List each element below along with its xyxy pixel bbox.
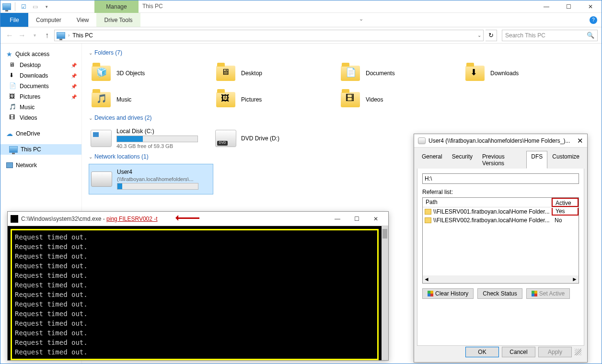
folder-icon: 📄: [341, 66, 360, 81]
sidebar-item-label: Music: [20, 104, 35, 111]
folder-downloads[interactable]: ⬇ Downloads: [463, 60, 587, 86]
cmd-maximize-button[interactable]: ☐: [347, 216, 366, 222]
sidebar-item-label: Desktop: [20, 62, 41, 68]
referral-row[interactable]: \\FILESRV001.firatboyan.local\Home Folde…: [423, 207, 579, 216]
referral-active: Yes: [552, 208, 579, 216]
folder-documents[interactable]: 📄 Documents: [338, 60, 463, 86]
tab-general[interactable]: General: [417, 151, 447, 169]
check-status-button[interactable]: Check Status: [477, 288, 522, 299]
folder-label: Videos: [366, 96, 383, 103]
cmd-minimize-button[interactable]: —: [328, 216, 347, 222]
qat-dropdown-icon[interactable]: ▾: [42, 2, 51, 11]
ribbon-context-tab[interactable]: Manage: [94, 0, 139, 13]
breadcrumb-chevron-icon[interactable]: ›: [68, 33, 69, 38]
nav-onedrive[interactable]: ☁OneDrive: [0, 128, 81, 139]
share-icon: [425, 217, 431, 223]
folder-pictures[interactable]: 🖼 Pictures: [213, 86, 338, 113]
referral-row[interactable]: \\FILESRV002.firatboyan.local\Home Folde…: [423, 216, 579, 225]
network-location-user4[interactable]: User4 (\\firatboyan.local\homefolders\..…: [89, 164, 213, 194]
recent-dropdown-icon[interactable]: ▾: [29, 30, 40, 41]
referral-list-header: Path Active: [423, 198, 579, 207]
cmd-title-text: C:\Windows\system32\cmd.exe - ping FILES…: [21, 216, 158, 222]
monitor-icon: [9, 146, 18, 153]
cmd-titlebar[interactable]: C:\Windows\system32\cmd.exe - ping FILES…: [8, 212, 388, 226]
apply-button: Apply: [538, 347, 572, 357]
help-button[interactable]: ?: [585, 13, 602, 27]
chevron-down-icon: ⌄: [89, 50, 93, 56]
tab-file[interactable]: File: [0, 13, 28, 27]
ribbon-expand-icon[interactable]: ⌄: [357, 13, 365, 27]
dialog-close-button[interactable]: ✕: [577, 136, 583, 145]
referral-list[interactable]: Path Active \\FILESRV001.firatboyan.loca…: [422, 197, 579, 284]
address-dropdown-icon[interactable]: ⌄: [477, 33, 481, 38]
tab-customize[interactable]: Customize: [547, 151, 584, 169]
ok-button[interactable]: OK: [465, 347, 499, 357]
forward-button[interactable]: →: [17, 30, 27, 41]
col-active[interactable]: Active: [552, 198, 579, 207]
nav-this-pc[interactable]: This PC: [0, 144, 81, 155]
nav-network[interactable]: Network: [0, 159, 81, 171]
cmd-window: C:\Windows\system32\cmd.exe - ping FILES…: [7, 211, 389, 361]
address-field[interactable]: › This PC ⌄: [54, 30, 484, 41]
tab-security[interactable]: Security: [447, 151, 477, 169]
pin-icon: 📌: [71, 94, 77, 100]
referral-path: \\FILESRV002.firatboyan.local\Home Folde…: [433, 217, 550, 224]
folder-3d objects[interactable]: 🧊 3D Objects: [89, 60, 213, 86]
folder-videos[interactable]: 🎞 Videos: [338, 86, 463, 113]
set-active-button: Set Active: [526, 288, 570, 299]
close-button[interactable]: ✕: [579, 0, 602, 13]
refresh-button[interactable]: ↻: [486, 30, 497, 41]
cancel-button[interactable]: Cancel: [502, 347, 535, 357]
chevron-down-icon: ⌄: [89, 115, 93, 121]
drive-dvd-d[interactable]: DVD DVD Drive (D:): [213, 125, 338, 151]
cmd-icon: [11, 215, 18, 223]
cloud-icon: ☁: [6, 130, 13, 137]
dialog-title: User4 (\\firatboyan.local\homefolders\Ho…: [428, 137, 570, 144]
tab-view[interactable]: View: [69, 13, 97, 27]
sidebar-item-downloads[interactable]: ⬇Downloads📌: [0, 70, 81, 81]
folder-label: Downloads: [490, 70, 519, 77]
nav-quick-access[interactable]: ★Quick access: [0, 48, 81, 60]
minimize-button[interactable]: —: [535, 0, 557, 13]
sidebar-item-pictures[interactable]: 🖼Pictures📌: [0, 91, 81, 102]
tab-previous versions[interactable]: Previous Versions: [477, 151, 526, 169]
folder-icon: 🖼: [9, 93, 17, 101]
maximize-button[interactable]: ☐: [557, 0, 579, 13]
drive-free-text: 40.3 GB free of 59.3 GB: [116, 143, 198, 149]
tab-drive-tools[interactable]: Drive Tools: [96, 13, 140, 27]
cmd-close-button[interactable]: ✕: [366, 216, 385, 222]
cmd-scrollbar[interactable]: [382, 226, 388, 360]
cmd-highlighted-output: Request timed out. Request timed out. Re…: [11, 229, 379, 360]
qat-new-folder-icon[interactable]: ▭: [31, 2, 39, 11]
cmd-output-area[interactable]: Request timed out. Request timed out. Re…: [8, 226, 382, 360]
search-input[interactable]: Search This PC 🔍: [502, 30, 598, 41]
capacity-bar: [117, 183, 198, 190]
tab-computer[interactable]: Computer: [28, 13, 69, 27]
up-button[interactable]: ↑: [42, 30, 52, 41]
ribbon: File Computer View Drive Tools ⌄ ?: [0, 13, 602, 27]
dialog-tabs: GeneralSecurityPrevious VersionsDFSCusto…: [417, 150, 584, 169]
folder-music[interactable]: 🎵 Music: [89, 86, 213, 113]
sidebar-item-videos[interactable]: 🎞Videos: [0, 113, 81, 123]
sidebar-item-music[interactable]: 🎵Music: [0, 102, 81, 113]
sidebar-item-documents[interactable]: 📄Documents📌: [0, 81, 81, 91]
dfs-path-field[interactable]: H:\: [422, 173, 579, 184]
drive-local-c[interactable]: Local Disk (C:) 40.3 GB free of 59.3 GB: [89, 125, 213, 151]
clear-history-button[interactable]: Clear History: [422, 288, 474, 299]
col-path[interactable]: Path: [423, 198, 552, 207]
dialog-titlebar[interactable]: User4 (\\firatboyan.local\homefolders\Ho…: [414, 134, 587, 148]
address-text: This PC: [72, 32, 93, 39]
tab-dfs[interactable]: DFS: [526, 151, 547, 169]
dfs-tab-panel: H:\ Referral list: Path Active \\FILESRV…: [417, 169, 584, 346]
resize-grip[interactable]: [575, 349, 581, 355]
back-button[interactable]: ←: [4, 30, 15, 41]
section-folders[interactable]: ⌄Folders (7): [89, 49, 595, 56]
pin-icon: 📌: [71, 73, 77, 79]
section-drives[interactable]: ⌄Devices and drives (2): [89, 114, 595, 121]
folder-icon: 🖼: [216, 92, 235, 107]
qat-properties-icon[interactable]: ☑: [19, 2, 28, 11]
sidebar-item-desktop[interactable]: 🖥Desktop📌: [0, 60, 81, 70]
folder-desktop[interactable]: 🖥 Desktop: [213, 60, 338, 86]
referral-scrollbar[interactable]: ◄►: [423, 275, 579, 283]
properties-dialog: User4 (\\firatboyan.local\homefolders\Ho…: [414, 134, 588, 363]
